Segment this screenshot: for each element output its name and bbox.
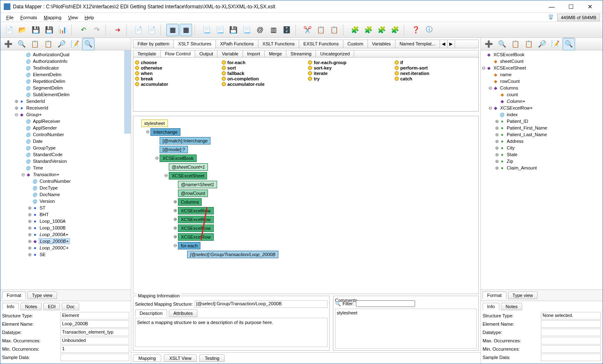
menu-file[interactable]: File: [3, 14, 17, 21]
tab-custom[interactable]: Custom: [343, 40, 368, 48]
tab-type-view[interactable]: Type view: [508, 292, 538, 299]
palette-accumulator[interactable]: accumulator: [135, 82, 218, 87]
tree-node-xcsexcelrow-[interactable]: ⊖◆XCSExcelRow+: [481, 105, 603, 111]
filter-icon[interactable]: 🔍: [563, 38, 575, 50]
tab-filter-by-pattern[interactable]: Filter by pattern: [133, 40, 174, 48]
tree-node-loop-2000a-[interactable]: ⊕●Loop_2000A+: [0, 231, 131, 238]
tab-info[interactable]: Info: [483, 303, 499, 310]
tree-node-state[interactable]: ⊕●State: [481, 151, 603, 158]
tree-toggle-icon[interactable]: ⊖: [481, 65, 486, 71]
mapping-canvas[interactable]: stylesheet⊖Interchange[@match]:Interchan…: [133, 116, 479, 294]
palette-next-iteration[interactable]: next-iteration: [395, 71, 477, 76]
tab-format[interactable]: Format: [2, 292, 26, 299]
save2-icon[interactable]: 💾: [227, 24, 240, 36]
list2-icon[interactable]: 📋: [523, 38, 535, 50]
scrollbar-thumb[interactable]: [124, 50, 131, 134]
canvas-node-interchange[interactable]: ⊖Interchange: [136, 127, 476, 136]
list1-icon[interactable]: 📋: [29, 38, 41, 50]
search2-icon[interactable]: 🔎: [55, 38, 68, 50]
redo-icon[interactable]: ↷: [90, 24, 103, 36]
subtab-streaming[interactable]: Streaming: [286, 50, 316, 57]
canvas-node-xcsexcelsheet[interactable]: ⊖XCSExcelSheet: [136, 171, 476, 180]
tree-node-applreceiver[interactable]: @ApplReceiver: [0, 118, 131, 125]
open-file-icon[interactable]: 📂: [16, 24, 29, 36]
canvas-node-xcsexcelrow[interactable]: ⊕XCSExcelRow: [136, 215, 476, 224]
list1-icon[interactable]: 📋: [509, 38, 522, 50]
subtab-flow-control[interactable]: Flow Control: [161, 50, 195, 57]
tree-node-time[interactable]: @Time: [0, 165, 131, 171]
tree-node-group-[interactable]: ⊖◆Group+: [0, 111, 131, 118]
save-as-icon[interactable]: 💾: [43, 24, 55, 36]
menu-help[interactable]: Help: [81, 14, 98, 21]
undo-icon[interactable]: ↶: [77, 24, 90, 36]
tree-node-controlnumber[interactable]: @ControlNumber: [0, 178, 131, 184]
doc-check-icon[interactable]: 📄: [145, 24, 158, 36]
tree-node-patient-id[interactable]: ⊕●Patient_ID: [481, 118, 603, 125]
tree-node-column-[interactable]: ◆Column+: [481, 98, 603, 105]
tree-node-bht[interactable]: ⊕●BHT: [0, 211, 131, 218]
canvas-node-columns[interactable]: ⊕Columns: [136, 197, 476, 206]
palette-perform-sort[interactable]: perform-sort: [395, 65, 477, 70]
note-icon[interactable]: 📝: [549, 38, 562, 50]
tree-toggle-icon[interactable]: ⊕: [27, 212, 32, 217]
palette-for-each[interactable]: for-each: [222, 60, 304, 65]
tree-node-name[interactable]: ◆name: [481, 71, 603, 78]
tree-node-zip[interactable]: ⊕●Zip: [481, 158, 603, 165]
tab-variables[interactable]: Variables: [368, 40, 395, 48]
canvas-node--rowcount[interactable]: @rowCount: [136, 189, 476, 197]
palette-iterate[interactable]: iterate: [308, 71, 390, 76]
tree-node-grouptype[interactable]: @GroupType: [0, 145, 131, 151]
tree-node-st[interactable]: ⊕●ST: [0, 204, 131, 211]
tree-node-standardcode[interactable]: @StandardCode: [0, 151, 131, 158]
paste-icon[interactable]: 📋: [328, 24, 340, 36]
tree-toggle-icon[interactable]: ⊕: [494, 152, 499, 157]
tab-info[interactable]: Info: [2, 303, 19, 310]
doc-b-icon[interactable]: 📃: [214, 24, 226, 36]
tree-toggle-icon[interactable]: ⊕: [27, 205, 32, 211]
puzzle2-icon[interactable]: 🧩: [362, 24, 375, 36]
doc-plus-icon[interactable]: 📄: [132, 24, 145, 36]
palette-sort[interactable]: sort: [222, 65, 304, 70]
tree-node-index[interactable]: @index: [481, 111, 603, 118]
minimize-button[interactable]: —: [543, 1, 561, 12]
note-icon[interactable]: 📝: [69, 38, 81, 50]
tree-toggle-icon[interactable]: ⊕: [14, 99, 19, 104]
tree-node-docname[interactable]: @DocName: [0, 191, 131, 198]
canvas-node-stylesheet[interactable]: stylesheet: [136, 119, 476, 127]
search-icon[interactable]: 🔍: [15, 38, 28, 50]
filter-icon[interactable]: 🔍: [82, 38, 95, 50]
panel-icon[interactable]: ▥: [267, 24, 280, 36]
exit-icon[interactable]: ➜: [111, 24, 124, 36]
tree-toggle-icon[interactable]: ⊕: [494, 119, 499, 124]
palette-fallback[interactable]: fallback: [222, 71, 304, 76]
canvas-node-xcsexcelrow[interactable]: ⊕XCSExcelRow: [136, 224, 476, 232]
tree-node-repetitiondelim[interactable]: @RepetitionDelim: [0, 78, 131, 85]
tree-node-authorizationinfo[interactable]: @AuthorizationInfo: [0, 58, 131, 65]
tab-xpath-functions[interactable]: XPath Functions: [216, 40, 258, 48]
target-tree[interactable]: ◆XCSExcelBook◆sheetCount⊖◆XCSExcelSheet◆…: [481, 50, 603, 289]
tree-node-elementdelim[interactable]: @ElementDelim: [0, 71, 131, 78]
tree-node-se[interactable]: ⊕●SE: [0, 251, 131, 258]
tree-node-xcsexcelbook[interactable]: ◆XCSExcelBook: [481, 51, 603, 58]
gc-icon[interactable]: 🗑️: [548, 14, 555, 21]
search-icon[interactable]: 🔍: [496, 38, 508, 50]
tab-doc[interactable]: Doc: [62, 303, 79, 310]
list2-icon[interactable]: 📋: [42, 38, 55, 50]
tab-notes[interactable]: Notes: [20, 303, 42, 310]
db-icon[interactable]: 🗄️: [280, 24, 293, 36]
palette-if[interactable]: if: [395, 60, 477, 65]
tree-toggle-icon[interactable]: ⊕: [14, 105, 19, 111]
subtab-merge[interactable]: Merge: [265, 50, 286, 57]
tree-node-authorizationqual[interactable]: @AuthorizationQual: [0, 51, 131, 58]
tree-node-standardversion[interactable]: @StandardVersion: [0, 158, 131, 165]
palette-otherwise[interactable]: otherwise: [135, 65, 218, 70]
tree-toggle-icon[interactable]: ⊕: [27, 239, 32, 244]
tree-toggle-icon[interactable]: ⊖: [20, 172, 25, 177]
export-xls-icon[interactable]: 📊: [56, 24, 69, 36]
tab-attributes[interactable]: Attributes: [169, 309, 197, 317]
tree-toggle-icon[interactable]: ⊕: [27, 232, 32, 237]
puzzle3-icon[interactable]: 🧩: [375, 24, 388, 36]
menu-view[interactable]: View: [65, 14, 81, 21]
tree-toggle-icon[interactable]: ⊖: [14, 112, 19, 117]
menu-formats[interactable]: Formats: [17, 14, 40, 21]
